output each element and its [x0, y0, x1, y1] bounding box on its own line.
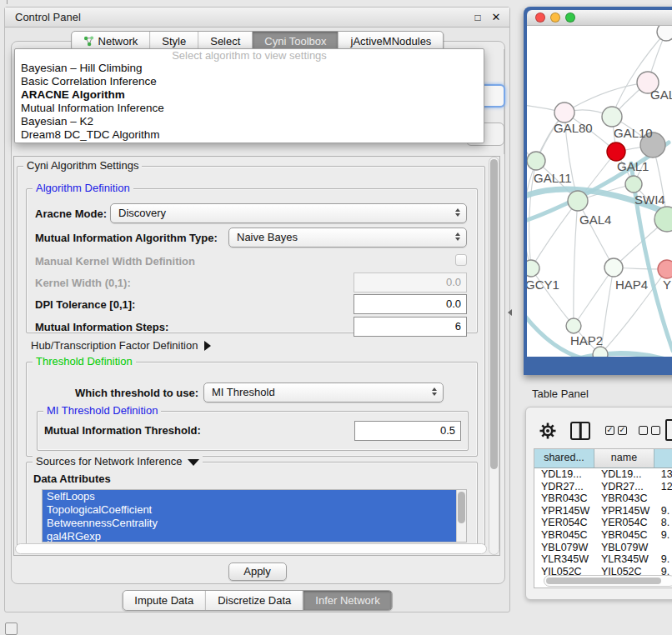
settings-vertical-scrollbar[interactable]	[489, 157, 499, 555]
network-node[interactable]	[593, 347, 608, 357]
dpi-tolerance-field[interactable]: 0.0	[354, 294, 467, 314]
network-node[interactable]	[566, 318, 581, 333]
which-threshold-label: Which threshold to use:	[75, 387, 198, 399]
hub-tf-definition-toggle[interactable]: Hub/Transcription Factor Definition	[31, 339, 211, 352]
node-label-gal7: GAL7	[650, 88, 672, 102]
settings-horizontal-scrollbar[interactable]	[15, 543, 487, 554]
table-row[interactable]: YBR043CYBR043C	[534, 492, 672, 505]
table-cell: 12	[654, 481, 672, 493]
table-scrollbar-thumb[interactable]	[546, 578, 661, 584]
table-row[interactable]: YDR27...YDR27...12	[534, 481, 672, 493]
mi-algorithm-type-select[interactable]: Naive Bayes	[228, 228, 467, 248]
close-traffic-light-icon[interactable]	[535, 12, 545, 22]
settings-scrollbar-thumb[interactable]	[490, 159, 498, 469]
gear-icon[interactable]	[539, 422, 557, 440]
empty-box-icon	[639, 426, 648, 435]
network-node[interactable]	[607, 142, 625, 161]
columns-icon[interactable]	[570, 422, 590, 440]
attributes-scrollbar[interactable]	[456, 490, 466, 542]
aracne-mode-label: Aracne Mode:	[35, 208, 107, 220]
network-edge[interactable]	[574, 268, 614, 326]
table-horizontal-scrollbar[interactable]	[544, 575, 672, 587]
algorithm-option-dream8-dc-tdc-algorithm[interactable]: Dream8 DC_TDC Algorithm	[15, 128, 484, 142]
table-row[interactable]: YBL079WYBL079W	[534, 542, 672, 554]
table-row[interactable]: YLR345WYLR345W9.	[534, 553, 672, 566]
column-header-shared-[interactable]: shared...	[534, 449, 594, 468]
tab-infer-network[interactable]: Infer Network	[303, 591, 391, 610]
tab-label: Cyni Toolbox	[264, 35, 326, 48]
apply-button[interactable]: Apply	[228, 562, 287, 581]
attribute-item-betweennesscentrality[interactable]: BetweennessCentrality	[43, 517, 466, 530]
attribute-item-gal4rgexp[interactable]: gal4RGexp	[43, 530, 466, 542]
attribute-item-selfloops[interactable]: SelfLoops	[43, 490, 466, 503]
manual-kernel-checkbox[interactable]	[455, 254, 467, 266]
mi-steps-field[interactable]: 6	[354, 317, 467, 337]
collapsed-panel-icon[interactable]	[5, 622, 18, 635]
network-node[interactable]	[658, 260, 672, 278]
tab-label: jActiveMNodules	[351, 35, 432, 48]
float-window-icon[interactable]: □	[472, 11, 484, 24]
which-threshold-select[interactable]: MI Threshold	[203, 382, 444, 402]
algorithm-option-basic-correlation-inference[interactable]: Basic Correlation Inference	[15, 75, 484, 88]
which-threshold-value: MI Threshold	[212, 386, 275, 398]
combo-spinner-icon	[455, 208, 460, 217]
table-row[interactable]: YBR045CYBR045C9.	[534, 529, 672, 542]
tab-discretize-data[interactable]: Discretize Data	[205, 591, 303, 610]
data-attributes-list[interactable]: SelfLoopsTopologicalCoefficientBetweenne…	[42, 489, 467, 542]
network-node[interactable]	[657, 26, 672, 41]
table-cell: 8.	[654, 517, 672, 529]
mi-threshold-label: Mutual Information Threshold:	[44, 424, 201, 437]
sources-group: Sources for Network Inference Data Attri…	[26, 462, 478, 547]
tab-impute-data[interactable]: Impute Data	[123, 591, 205, 610]
tab-label: Infer Network	[315, 594, 379, 607]
node-label-swi4: SWI4	[634, 192, 665, 207]
tab-label: Impute Data	[134, 594, 193, 607]
select-all-icon[interactable]: ✓ ✓	[605, 426, 627, 435]
node-label-gal80: GAL80	[554, 121, 593, 135]
collapse-down-icon[interactable]	[188, 459, 199, 466]
network-edge[interactable]	[574, 201, 578, 326]
algorithm-definition-group: Algorithm Definition Aracne Mode: Discov…	[26, 188, 478, 333]
split-pane-collapse-icon[interactable]	[508, 309, 512, 316]
deselect-all-icon[interactable]	[639, 426, 660, 435]
combo-spinner-icon	[455, 232, 460, 241]
tab-label: Network	[98, 35, 138, 48]
table-row[interactable]: YER054CYER054C8.	[534, 517, 672, 529]
table-cell: YBR045C	[594, 529, 654, 542]
mi-threshold-field[interactable]: 0.5	[354, 421, 461, 441]
network-node[interactable]	[604, 258, 623, 277]
network-edge[interactable]	[612, 32, 666, 117]
checked-box-icon: ✓	[605, 426, 614, 435]
network-node[interactable]	[554, 102, 574, 122]
close-panel-icon[interactable]: ✕	[490, 11, 502, 24]
attribute-item-topologicalcoefficient[interactable]: TopologicalCoefficient	[43, 503, 466, 517]
column-header-name[interactable]: name	[594, 449, 654, 468]
table-row[interactable]: YPR145WYPR145W9.	[534, 505, 672, 518]
zoom-traffic-light-icon[interactable]	[565, 12, 575, 22]
network-node[interactable]	[527, 152, 545, 170]
table-row[interactable]: YDL19...YDL19...13	[534, 468, 672, 481]
aracne-mode-value: Discovery	[118, 207, 166, 219]
table-header-row: shared...name	[534, 449, 672, 468]
network-node[interactable]	[568, 191, 588, 211]
node-table[interactable]: shared...name YDL19...YDL19...13YDR27...…	[534, 448, 672, 588]
page-icon[interactable]	[665, 419, 672, 441]
expand-right-icon	[204, 341, 211, 351]
table-cell: YBL079W	[534, 542, 594, 554]
algorithm-option-bayesian-hill-climbing[interactable]: Bayesian – Hill Climbing	[15, 62, 484, 75]
mi-threshold-definition-title: MI Threshold Definition	[43, 404, 161, 417]
column-header-hidden[interactable]	[654, 449, 672, 468]
network-edge[interactable]	[578, 201, 614, 268]
algorithm-option-mutual-information-inference[interactable]: Mutual Information Inference	[15, 102, 484, 115]
attributes-scrollbar-thumb[interactable]	[458, 492, 465, 523]
network-node[interactable]	[527, 260, 539, 277]
algorithm-option-aracne-algorithm[interactable]: ARACNE Algorithm	[15, 88, 484, 102]
threshold-definition-title: Threshold Definition	[33, 355, 136, 368]
minimize-traffic-light-icon[interactable]	[550, 12, 560, 22]
algorithm-dropdown-popup: Select algorithm to view settings Bayesi…	[14, 48, 484, 143]
aracne-mode-select[interactable]: Discovery	[110, 203, 467, 223]
network-canvas[interactable]: GAL7GAL80GAL10GAL1GAL11SWI4GAL4GCY1HAP4Y…	[527, 26, 672, 357]
algorithm-option-bayesian-k2[interactable]: Bayesian – K2	[15, 115, 484, 128]
network-node[interactable]	[625, 176, 642, 192]
network-node[interactable]	[602, 107, 622, 127]
